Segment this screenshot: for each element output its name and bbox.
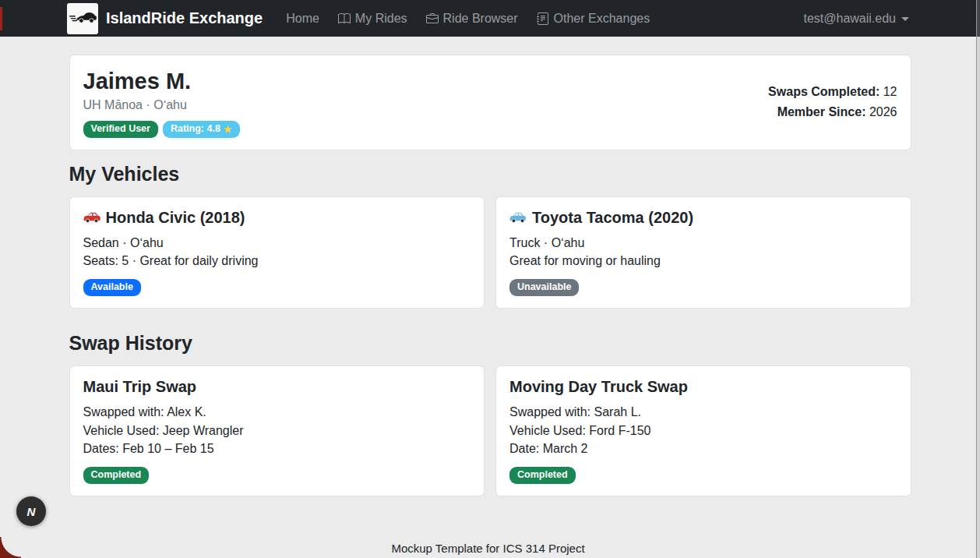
availability-badge: Available <box>83 279 141 296</box>
vehicle-card: Toyota Tacoma (2020) Truck · Oʻahu Great… <box>495 196 911 309</box>
vehicles-row: Honda Civic (2018) Sedan · Oʻahu Seats: … <box>69 196 911 309</box>
vehicle-type-location: Sedan · Oʻahu <box>83 234 471 253</box>
vehicle-description: Seats: 5 · Great for daily driving <box>83 252 471 270</box>
rating-badge: Rating: 4.8 ★ <box>163 121 240 138</box>
swap-title: Moving Day Truck Swap <box>509 378 688 396</box>
swap-partner: Swapped with: Sarah L. <box>509 403 897 422</box>
blue-truck-icon <box>509 211 527 224</box>
profile-stats: Swaps Completed: 12 Member Since: 2026 <box>768 82 897 123</box>
vehicle-title: Toyota Tacoma (2020) <box>532 209 693 227</box>
member-since-stat: Member Since: 2026 <box>768 102 897 122</box>
main-content: Jaimes M. UH Mānoa · Oʻahu Verified User… <box>69 55 911 496</box>
vehicle-type-location: Truck · Oʻahu <box>509 234 897 253</box>
profile-location: UH Mānoa · Oʻahu <box>83 98 240 112</box>
badge-label: Rating: 4.8 <box>171 124 220 135</box>
star-icon: ★ <box>224 125 232 134</box>
vehicle-title: Honda Civic (2018) <box>106 209 245 227</box>
swaps-row: Maui Trip Swap Swapped with: Alex K. Veh… <box>69 366 911 496</box>
brand-logo[interactable] <box>67 3 98 34</box>
vehicle-card: Honda Civic (2018) Sedan · Oʻahu Seats: … <box>69 196 485 309</box>
nav-item-my-rides[interactable]: My Rides <box>329 12 417 26</box>
swap-partner: Swapped with: Alex K. <box>83 403 471 422</box>
swaps-completed-stat: Swaps Completed: 12 <box>768 82 897 102</box>
footer-text: Mockup Template for ICS 314 Project <box>0 542 976 555</box>
nav-item-other-exchanges[interactable]: Other Exchanges <box>527 12 660 26</box>
briefcase-icon <box>426 12 439 25</box>
red-car-icon <box>83 211 100 224</box>
user-account-dropdown[interactable]: test@hawaii.edu <box>803 12 909 26</box>
swap-history-heading: Swap History <box>69 332 911 355</box>
nav-item-label: My Rides <box>355 12 407 26</box>
stat-value: 2026 <box>869 105 897 118</box>
desktop-red-corner-bottom <box>0 537 21 558</box>
book-icon <box>338 12 351 25</box>
stat-value: 12 <box>883 85 897 98</box>
availability-badge: Unavailable <box>509 279 579 296</box>
car-sketch-icon <box>69 8 97 30</box>
swap-card: Moving Day Truck Swap Swapped with: Sara… <box>495 366 911 496</box>
nav-item-ride-browser[interactable]: Ride Browser <box>417 12 527 26</box>
journal-text-icon <box>537 12 549 25</box>
stat-label: Swaps Completed: <box>768 85 880 98</box>
nav-item-label: Other Exchanges <box>554 12 650 26</box>
floating-n-button[interactable]: N <box>16 496 46 526</box>
swap-status-badge: Completed <box>509 467 576 484</box>
stat-label: Member Since: <box>777 105 866 118</box>
nav-item-label: Home <box>286 12 319 26</box>
brand-title[interactable]: IslandRide Exchange <box>106 9 263 27</box>
nav-item-home[interactable]: Home <box>277 12 329 26</box>
swap-vehicle: Vehicle Used: Jeep Wrangler <box>83 422 471 440</box>
swap-dates: Dates: Feb 10 – Feb 15 <box>83 440 471 458</box>
verified-user-badge: Verified User <box>83 121 158 138</box>
profile-name: Jaimes M. <box>83 69 240 94</box>
swap-vehicle: Vehicle Used: Ford F-150 <box>509 422 897 440</box>
swap-dates: Date: March 2 <box>509 440 897 458</box>
swap-status-badge: Completed <box>83 467 150 484</box>
user-email-label: test@hawaii.edu <box>803 12 896 26</box>
caret-down-icon <box>901 17 909 21</box>
profile-card: Jaimes M. UH Mānoa · Oʻahu Verified User… <box>69 55 911 150</box>
swap-card: Maui Trip Swap Swapped with: Alex K. Veh… <box>69 366 485 496</box>
top-navbar: IslandRide Exchange Home My Rides Ride B… <box>0 0 976 37</box>
window-right-edge[interactable] <box>976 0 980 558</box>
nav-item-label: Ride Browser <box>443 12 518 26</box>
vehicle-description: Great for moving or hauling <box>509 252 897 270</box>
badge-label: Verified User <box>91 124 150 135</box>
desktop-red-sliver-top <box>0 7 2 30</box>
swap-title: Maui Trip Swap <box>83 378 197 396</box>
my-vehicles-heading: My Vehicles <box>69 163 911 185</box>
